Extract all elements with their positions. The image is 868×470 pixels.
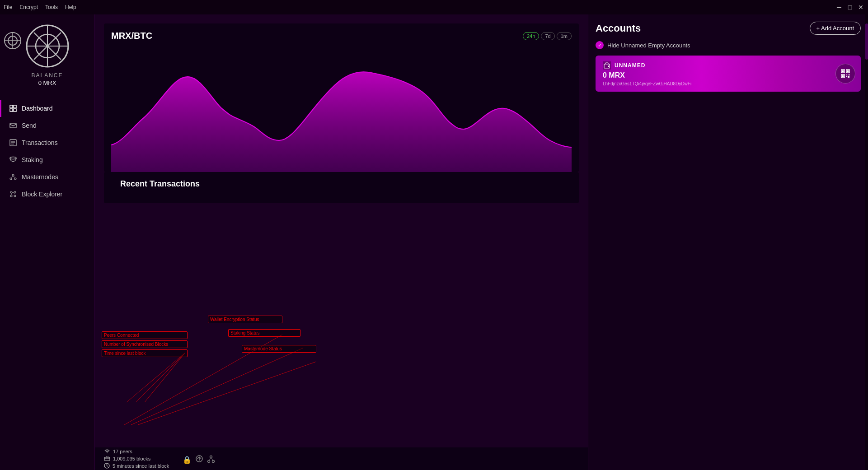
svg-point-17 [10, 157, 16, 159]
svg-line-41 [209, 458, 211, 460]
svg-rect-50 [608, 65, 609, 67]
menu-encrypt[interactable]: Encrypt [19, 4, 38, 10]
sidebar-item-dashboard[interactable]: Dashboard [0, 100, 94, 117]
timeframe-7d[interactable]: 7d [541, 32, 554, 40]
sidebar-item-staking[interactable]: Staking [0, 151, 94, 168]
menu-tools[interactable]: Tools [45, 4, 58, 10]
svg-rect-60 [848, 76, 849, 78]
blockexplorer-label: Block Explorer [22, 191, 62, 198]
menu-file[interactable]: File [4, 4, 12, 10]
account-address: LhFdjnzxGes1TQi4jeqeFZwGjHAD8DyDwFi [603, 81, 854, 86]
svg-rect-58 [848, 74, 849, 75]
send-label: Send [22, 122, 37, 129]
status-icons-row: 🔒 [183, 455, 215, 465]
close-button[interactable]: ✕ [857, 4, 864, 11]
add-account-button[interactable]: + Add Account [810, 22, 861, 35]
minimize-button[interactable]: ─ [835, 4, 843, 11]
svg-line-21 [11, 176, 13, 178]
svg-point-38 [210, 456, 212, 458]
menu-help[interactable]: Help [65, 4, 76, 10]
dashboard-icon [9, 104, 17, 112]
recent-transactions-title: Recent Transactions [111, 172, 572, 196]
annotation-sync-blocks: Number of Synchronised Blocks [102, 340, 188, 348]
masternode-status-icon [207, 455, 215, 465]
last-block-time: 5 minutes since last block [113, 463, 169, 469]
hide-unnamed-checkbox[interactable]: ✓ [596, 41, 604, 49]
sidebar-item-blockexplorer[interactable]: Block Explorer [0, 186, 94, 203]
annotation-lines [95, 312, 588, 470]
annotation-last-block-time: Time since last block [102, 349, 188, 357]
svg-rect-12 [10, 123, 16, 128]
maximize-button[interactable]: □ [846, 4, 854, 11]
qr-code-icon [840, 69, 850, 79]
svg-rect-8 [10, 105, 13, 108]
wifi-icon [104, 448, 110, 455]
peers-count: 17 peers [113, 449, 132, 454]
svg-line-42 [211, 458, 213, 460]
blocks-icon [104, 456, 110, 462]
accounts-title: Accounts [596, 23, 641, 34]
account-qr-button[interactable] [835, 64, 855, 84]
status-blocks: 1,009,035 blocks [104, 456, 169, 462]
scrollbar-thumb[interactable] [865, 23, 868, 60]
svg-point-20 [14, 178, 16, 180]
svg-line-45 [145, 353, 185, 402]
accounts-header: Accounts + Add Account [596, 22, 861, 35]
status-peers-group: 17 peers 1,009,035 blocks [104, 448, 169, 470]
menu-bar: File Encrypt Tools Help [4, 4, 76, 10]
lock-icon: 🔒 [183, 456, 192, 464]
svg-point-24 [14, 191, 16, 193]
svg-point-39 [208, 460, 210, 462]
send-icon [9, 121, 17, 130]
svg-rect-61 [849, 74, 850, 75]
masternodes-label: Masternodes [22, 173, 58, 181]
timeframe-24h[interactable]: 24h [523, 32, 539, 40]
svg-line-46 [124, 335, 282, 425]
staking-status-icon [195, 455, 203, 465]
svg-line-44 [136, 353, 185, 402]
annotation-masternode-status: Masternode Status [242, 345, 316, 353]
main-content: MRX/BTC 24h 7d 1m [95, 14, 588, 470]
logo-large-icon [25, 23, 70, 69]
timeframe-1m[interactable]: 1m [557, 32, 572, 40]
account-wallet-icon [603, 61, 611, 70]
svg-line-35 [107, 465, 108, 466]
status-lastblock: 5 minutes since last block [104, 463, 169, 470]
account-card[interactable]: UNNAMED 0 MRX LhFdjnzxGes1TQi4jeqeFZwGjH… [596, 56, 861, 92]
hide-unnamed-label: Hide Unnamed Empty Accounts [607, 42, 690, 49]
sidebar-item-send[interactable]: Send [0, 117, 94, 134]
annotation-wallet-encryption: Wallet Encryption Status [208, 316, 282, 323]
staking-label: Staking [22, 156, 43, 163]
nav-menu: Dashboard Send Transactions Staking [0, 100, 94, 203]
blockexplorer-icon [9, 190, 17, 198]
balance-value: 0 MRX [38, 79, 56, 86]
svg-rect-9 [14, 105, 16, 108]
status-bar: 17 peers 1,009,035 blocks [95, 447, 588, 470]
price-chart [111, 46, 572, 172]
svg-rect-57 [846, 74, 847, 75]
svg-rect-56 [842, 75, 844, 77]
window-controls: ─ □ ✕ [835, 4, 864, 11]
svg-point-25 [10, 195, 12, 197]
svg-rect-52 [842, 70, 844, 72]
logo-small-icon [4, 32, 22, 50]
chart-container: MRX/BTC 24h 7d 1m [104, 23, 579, 172]
account-name: UNNAMED [615, 62, 645, 69]
blocks-count: 1,009,035 blocks [113, 456, 150, 461]
status-peers: 17 peers [104, 448, 169, 455]
svg-rect-10 [10, 109, 13, 112]
sidebar-item-masternodes[interactable]: Masternodes [0, 168, 94, 186]
transactions-icon [9, 139, 17, 147]
sidebar: BALANCE 0 MRX Dashboard Send Transaction… [0, 14, 95, 470]
sidebar-item-transactions[interactable]: Transactions [0, 134, 94, 151]
account-balance: 0 MRX [603, 71, 854, 79]
svg-line-48 [138, 362, 316, 425]
chart-header: MRX/BTC 24h 7d 1m [111, 31, 572, 41]
svg-point-23 [10, 191, 12, 193]
annotation-peers-connected: Peers Connected [102, 331, 188, 339]
app-container: BALANCE 0 MRX Dashboard Send Transaction… [0, 14, 868, 470]
svg-point-26 [14, 195, 16, 197]
scrollbar[interactable] [865, 14, 868, 470]
clock-icon [104, 463, 110, 470]
hide-unnamed-row[interactable]: ✓ Hide Unnamed Empty Accounts [596, 41, 861, 49]
